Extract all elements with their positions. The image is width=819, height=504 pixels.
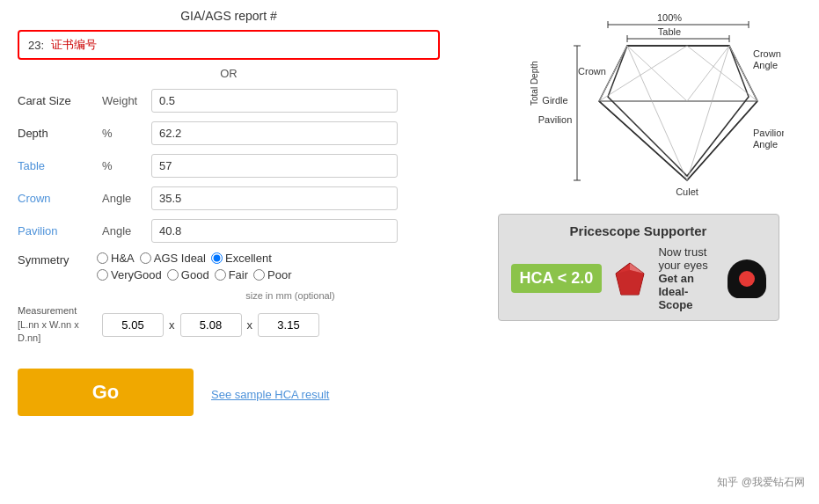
supporter-text-line2: Get an Ideal-Scope <box>658 272 718 311</box>
hca-badge: HCA < 2.0 <box>511 264 603 293</box>
symmetry-row: Symmetry H&A AGS Ideal Excellent VeryGoo… <box>18 252 440 281</box>
crown-input[interactable] <box>151 186 398 210</box>
supporter-content: HCA < 2.0 Now trust your eyes Get an Ide… <box>511 245 766 311</box>
symmetry-options: H&A AGS Ideal Excellent VeryGood Good Fa… <box>97 252 292 281</box>
crown-row: Crown Angle <box>18 186 440 210</box>
report-title: GIA/AGS report # <box>18 9 440 23</box>
diamond-diagram: 100% Table Crown Angle Crown <box>494 9 784 205</box>
pavilion-row: Pavilion Angle <box>18 219 440 243</box>
carat-label: Carat Size <box>18 94 97 107</box>
table-sub: % <box>102 159 146 172</box>
pavilion-input[interactable] <box>151 219 398 243</box>
depth-input[interactable] <box>151 121 398 145</box>
svg-text:Angle: Angle <box>753 139 778 150</box>
report-input-box[interactable]: 23: 证书编号 <box>18 30 440 60</box>
depth-label: Depth <box>18 127 97 140</box>
svg-text:Total Depth: Total Depth <box>530 61 539 106</box>
table-label: Table <box>18 159 97 172</box>
supporter-title: Pricescope Supporter <box>511 223 766 238</box>
svg-text:Pavilion: Pavilion <box>753 128 784 138</box>
meas-x-1: x <box>169 318 175 332</box>
meas-x-2: x <box>247 318 253 332</box>
sym-ha-radio[interactable] <box>97 252 108 264</box>
sym-fair[interactable]: Fair <box>215 268 248 281</box>
depth-sub: % <box>102 127 146 140</box>
table-row: Table % <box>18 154 440 178</box>
scope-icon <box>728 259 766 298</box>
sym-excellent[interactable]: Excellent <box>211 252 272 265</box>
supporter-text-line1: Now trust your eyes <box>658 245 718 272</box>
sym-poor-radio[interactable] <box>253 269 265 281</box>
symmetry-line1: H&A AGS Ideal Excellent <box>97 252 292 265</box>
right-panel: 100% Table Crown Angle Crown <box>457 0 819 504</box>
sym-poor[interactable]: Poor <box>253 268 291 281</box>
left-panel: GIA/AGS report # 23: 证书编号 OR Carat Size … <box>0 0 457 504</box>
report-prefix: 23: <box>28 39 44 52</box>
svg-text:Culet: Culet <box>676 186 698 197</box>
bottom-row: Go See sample HCA result <box>18 354 440 416</box>
pavilion-label: Pavilion <box>18 224 97 237</box>
or-divider: OR <box>18 67 440 80</box>
svg-text:Girdle: Girdle <box>542 95 567 106</box>
svg-text:Table: Table <box>657 26 680 37</box>
meas-input-2[interactable] <box>180 313 242 337</box>
symmetry-line2: VeryGood Good Fair Poor <box>97 268 292 281</box>
measurement-hint: size in mm (optional) <box>141 290 440 301</box>
carat-row: Carat Size Weight <box>18 89 440 113</box>
sym-excellent-radio[interactable] <box>211 252 223 264</box>
meas-input-1[interactable] <box>102 313 164 337</box>
svg-text:100%: 100% <box>656 12 681 23</box>
crown-sub: Angle <box>102 192 146 205</box>
supporter-text: Now trust your eyes Get an Ideal-Scope <box>658 245 718 311</box>
sym-verygood-radio[interactable] <box>97 269 108 281</box>
svg-marker-11 <box>608 46 749 176</box>
sym-verygood[interactable]: VeryGood <box>97 268 162 281</box>
carat-sub: Weight <box>102 94 146 107</box>
sym-ags[interactable]: AGS Ideal <box>140 252 206 265</box>
measurement-sub-label: [L.nn x W.nn x D.nn] <box>18 319 79 344</box>
crown-label: Crown <box>18 192 97 205</box>
supporter-box: Pricescope Supporter HCA < 2.0 Now trust… <box>498 214 779 321</box>
watermark-text: 知乎 @我爱钻石网 <box>717 476 805 488</box>
carat-input[interactable] <box>151 89 398 113</box>
measurement-label: Measurement [L.nn x W.nn x D.nn] <box>18 304 97 346</box>
sym-ags-radio[interactable] <box>140 252 151 264</box>
watermark: 知乎 @我爱钻石网 <box>712 470 810 495</box>
svg-text:Pavilion: Pavilion <box>537 114 572 125</box>
measurement-main-label: Measurement <box>18 305 77 316</box>
pavilion-sub: Angle <box>102 224 146 237</box>
cert-label[interactable]: 证书编号 <box>51 37 97 53</box>
table-input[interactable] <box>151 154 398 178</box>
svg-text:Crown: Crown <box>578 66 606 77</box>
go-button[interactable]: Go <box>18 369 194 416</box>
sym-ha[interactable]: H&A <box>97 252 135 265</box>
depth-row: Depth % <box>18 121 440 145</box>
sym-fair-radio[interactable] <box>215 269 226 281</box>
sym-good[interactable]: Good <box>167 268 209 281</box>
meas-input-3[interactable] <box>258 313 319 337</box>
symmetry-label: Symmetry <box>18 252 97 267</box>
measurement-section: size in mm (optional) Measurement [L.nn … <box>18 290 440 346</box>
gemstone-icon <box>611 259 649 298</box>
svg-text:Angle: Angle <box>753 60 778 70</box>
measurement-row: Measurement [L.nn x W.nn x D.nn] x x <box>18 304 440 346</box>
sample-link[interactable]: See sample HCA result <box>211 388 329 401</box>
svg-text:Crown: Crown <box>753 48 781 59</box>
sym-good-radio[interactable] <box>167 269 179 281</box>
